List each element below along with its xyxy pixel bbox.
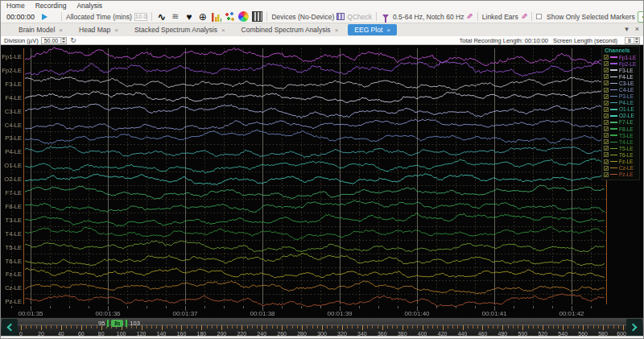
menu-item-analysis[interactable]: Analysis bbox=[76, 2, 102, 10]
channel-row: ✓C4-LE bbox=[604, 86, 638, 93]
tab-label: Brain Model bbox=[19, 26, 55, 34]
scroll-left-button[interactable] bbox=[2, 319, 18, 336]
channel-checkbox[interactable]: ✓ bbox=[604, 101, 609, 105]
screen-length-spinner[interactable]: 8 bbox=[625, 37, 640, 44]
close-icon[interactable]: × bbox=[59, 27, 63, 34]
channel-row: ✓T4-LE bbox=[604, 138, 638, 145]
division-label: Division (µV) bbox=[4, 37, 39, 44]
table-icon[interactable] bbox=[252, 11, 262, 22]
colorwheel-icon[interactable] bbox=[238, 11, 249, 22]
channel-color-swatch bbox=[610, 161, 617, 163]
channel-label: F4-LE bbox=[619, 74, 634, 80]
eeg-plot-area: Channels ✓Fp1-LE✓Fp2-LE✓F3-LE✓F4-LE✓C3-L… bbox=[1, 45, 643, 317]
channel-checkbox[interactable]: ✓ bbox=[604, 120, 609, 125]
scroll-right-button[interactable] bbox=[626, 319, 642, 336]
channel-checkbox[interactable]: ✓ bbox=[604, 126, 609, 131]
menu-item-recording[interactable]: Recording bbox=[35, 2, 67, 10]
screen-length-value[interactable]: 8 bbox=[625, 38, 634, 43]
play-button[interactable] bbox=[42, 14, 47, 20]
channel-label: P4-LE bbox=[619, 100, 634, 105]
qcheck-button[interactable]: QCheck bbox=[347, 13, 372, 21]
devices-icon[interactable] bbox=[336, 13, 345, 20]
tab-dropdown-icon[interactable]: ▾ bbox=[625, 25, 629, 33]
selection-left-handle[interactable] bbox=[106, 320, 109, 327]
channel-checkbox[interactable]: ✓ bbox=[604, 172, 609, 177]
channel-label: T5-LE bbox=[619, 146, 634, 151]
channel-color-swatch bbox=[610, 148, 617, 150]
timeline-selection[interactable]: 95 8s 103 bbox=[98, 319, 140, 327]
channel-checkbox[interactable]: ✓ bbox=[604, 88, 609, 93]
menu-bar: HomeRecordingAnalysis bbox=[1, 1, 643, 10]
channel-row: ✓Fp2-LE bbox=[604, 60, 638, 67]
channel-checkbox[interactable]: ✓ bbox=[604, 139, 609, 144]
pulse-icon[interactable] bbox=[156, 11, 167, 22]
channel-checkbox[interactable]: ✓ bbox=[604, 61, 609, 66]
channel-color-swatch bbox=[610, 167, 617, 169]
scatter-icon[interactable] bbox=[225, 11, 235, 22]
selection-right-handle[interactable] bbox=[125, 320, 128, 327]
channel-checkbox[interactable]: ✓ bbox=[604, 94, 609, 99]
channel-color-swatch bbox=[610, 76, 617, 78]
close-icon[interactable]: × bbox=[114, 27, 118, 34]
division-value[interactable]: 50.00 bbox=[42, 38, 61, 43]
channel-checkbox[interactable]: ✓ bbox=[604, 152, 609, 157]
channel-checkbox[interactable]: ✓ bbox=[604, 166, 609, 171]
globe-icon[interactable] bbox=[197, 11, 208, 22]
channel-checkbox[interactable]: ✓ bbox=[604, 74, 609, 79]
channel-row: ✓P4-LE bbox=[604, 100, 638, 106]
channel-color-swatch bbox=[610, 128, 617, 130]
spin-up-icon[interactable] bbox=[635, 38, 638, 39]
toolbar-separator bbox=[477, 12, 478, 21]
brainwaves-icon[interactable] bbox=[170, 11, 180, 22]
edit-filter-icon[interactable]: ✎ bbox=[466, 12, 473, 21]
division-spinner[interactable]: 50.00 bbox=[41, 37, 68, 44]
channel-label: T4-LE bbox=[619, 139, 634, 145]
heart-icon[interactable] bbox=[184, 11, 194, 22]
selection-end-label: 103 bbox=[130, 320, 140, 327]
channel-checkbox[interactable]: ✓ bbox=[604, 107, 609, 112]
tab-combined-spectrum-analysis[interactable]: Combined Spectrum Analysis× bbox=[235, 24, 345, 35]
channel-checkbox[interactable]: ✓ bbox=[604, 114, 609, 118]
channel-label: F7-LE bbox=[619, 119, 634, 125]
edit-montage-icon[interactable]: ✎ bbox=[521, 12, 527, 21]
channel-checkbox[interactable]: ✓ bbox=[604, 68, 609, 72]
close-icon[interactable]: × bbox=[221, 27, 225, 34]
devices-label[interactable]: Devices (No-Device) bbox=[271, 13, 334, 21]
menu-item-home[interactable]: Home bbox=[6, 2, 25, 10]
spin-up-icon[interactable] bbox=[62, 38, 65, 39]
channel-row: ✓T5-LE bbox=[604, 145, 638, 151]
channel-color-swatch bbox=[610, 134, 617, 136]
clean-button[interactable]: ✓ Clean (0) 00:00:00 bbox=[638, 11, 644, 23]
tab-label: Combined Spectrum Analysis bbox=[242, 26, 331, 34]
show-markers-checkbox[interactable] bbox=[536, 14, 542, 19]
channel-checkbox[interactable]: ✓ bbox=[604, 55, 609, 60]
tab-close-all-icon[interactable]: × bbox=[635, 25, 639, 33]
close-icon[interactable]: × bbox=[335, 27, 339, 34]
total-recording-length-label: Total Recording Length: 00:10:00 bbox=[460, 37, 549, 44]
tab-eeg-plot[interactable]: EEG Plot× bbox=[348, 24, 397, 35]
spin-down-icon[interactable] bbox=[635, 41, 638, 43]
channel-color-swatch bbox=[610, 69, 617, 71]
selection-length-badge: 8s bbox=[111, 320, 123, 327]
channel-checkbox[interactable]: ✓ bbox=[604, 133, 609, 138]
channel-checkbox[interactable]: ✓ bbox=[604, 81, 609, 85]
tab-head-map[interactable]: Head Map× bbox=[72, 24, 125, 35]
recording-time-display: 00:00:00 bbox=[6, 13, 35, 21]
channel-color-swatch bbox=[610, 102, 617, 104]
channel-checkbox[interactable]: ✓ bbox=[604, 146, 609, 151]
selection-start-label: 95 bbox=[98, 320, 105, 327]
barchart-icon[interactable] bbox=[211, 11, 221, 22]
channel-row: ✓Fz-LE bbox=[604, 159, 638, 165]
eeg-plot-canvas[interactable] bbox=[1, 45, 643, 317]
spin-down-icon[interactable] bbox=[62, 41, 65, 43]
close-icon[interactable]: × bbox=[386, 27, 390, 34]
channel-checkbox[interactable]: ✓ bbox=[604, 159, 609, 164]
screen-length-label: Screen Length (second) bbox=[553, 37, 617, 44]
channel-color-swatch bbox=[610, 56, 617, 58]
tab-label: Stacked Spectrum Analysis bbox=[134, 26, 217, 34]
allocated-time-input[interactable]: 10.0 bbox=[134, 13, 148, 21]
reset-division-icon[interactable]: ↻ bbox=[70, 36, 76, 44]
tab-stacked-spectrum-analysis[interactable]: Stacked Spectrum Analysis× bbox=[128, 24, 232, 35]
tab-brain-model[interactable]: Brain Model× bbox=[12, 24, 69, 35]
channel-color-swatch bbox=[610, 63, 617, 64]
